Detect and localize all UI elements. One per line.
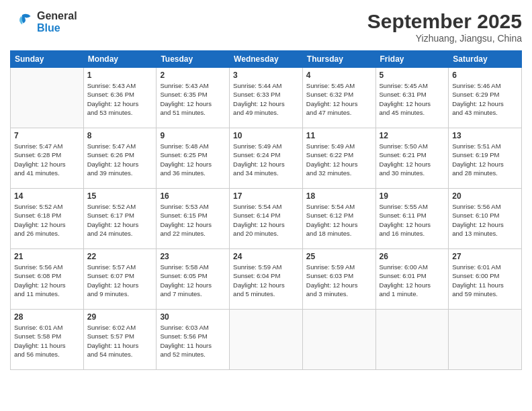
calendar-cell: 9Sunrise: 5:48 AM Sunset: 6:25 PM Daylig…: [157, 128, 230, 189]
title-area: September 2025 Yizhuang, Jiangsu, China: [367, 10, 522, 44]
day-info: Sunrise: 5:54 AM Sunset: 6:12 PM Dayligh…: [306, 202, 372, 238]
calendar-cell: 4Sunrise: 5:45 AM Sunset: 6:32 PM Daylig…: [302, 68, 375, 128]
calendar-cell: 19Sunrise: 5:55 AM Sunset: 6:11 PM Dayli…: [375, 189, 449, 249]
day-number: 18: [306, 191, 372, 201]
calendar-table: SundayMondayTuesdayWednesdayThursdayFrid…: [10, 50, 522, 370]
logo-general-text: General: [37, 10, 77, 22]
calendar-cell: 2Sunrise: 5:43 AM Sunset: 6:35 PM Daylig…: [157, 68, 230, 128]
calendar-cell: 3Sunrise: 5:44 AM Sunset: 6:33 PM Daylig…: [230, 68, 303, 128]
day-info: Sunrise: 5:54 AM Sunset: 6:14 PM Dayligh…: [233, 202, 299, 238]
day-number: 19: [380, 191, 445, 201]
day-number: 22: [87, 252, 153, 261]
day-info: Sunrise: 6:00 AM Sunset: 6:01 PM Dayligh…: [380, 263, 445, 298]
calendar-cell: 6Sunrise: 5:46 AM Sunset: 6:29 PM Daylig…: [449, 68, 522, 128]
day-number: 27: [452, 252, 518, 261]
calendar-cell: 14Sunrise: 5:52 AM Sunset: 6:18 PM Dayli…: [11, 189, 84, 249]
calendar-cell: 1Sunrise: 5:43 AM Sunset: 6:36 PM Daylig…: [83, 68, 157, 128]
logo: General Blue: [10, 10, 77, 34]
day-info: Sunrise: 5:49 AM Sunset: 6:24 PM Dayligh…: [233, 142, 299, 177]
calendar-cell: [449, 310, 522, 370]
weekday-header-friday: Friday: [375, 51, 449, 68]
month-title: September 2025: [367, 10, 522, 33]
calendar-cell: 11Sunrise: 5:49 AM Sunset: 6:22 PM Dayli…: [302, 128, 375, 189]
calendar-cell: 5Sunrise: 5:45 AM Sunset: 6:31 PM Daylig…: [375, 68, 449, 128]
calendar-cell: 21Sunrise: 5:56 AM Sunset: 6:08 PM Dayli…: [11, 249, 84, 310]
day-info: Sunrise: 5:59 AM Sunset: 6:04 PM Dayligh…: [233, 263, 299, 298]
logo-name: General Blue: [37, 10, 77, 34]
day-info: Sunrise: 5:56 AM Sunset: 6:10 PM Dayligh…: [452, 202, 518, 238]
day-number: 23: [160, 252, 226, 261]
day-info: Sunrise: 5:51 AM Sunset: 6:19 PM Dayligh…: [452, 142, 518, 177]
calendar-week-row: 1Sunrise: 5:43 AM Sunset: 6:36 PM Daylig…: [11, 68, 522, 128]
calendar-cell: 22Sunrise: 5:57 AM Sunset: 6:07 PM Dayli…: [83, 249, 157, 310]
day-info: Sunrise: 5:55 AM Sunset: 6:11 PM Dayligh…: [380, 202, 445, 238]
weekday-header-sunday: Sunday: [11, 51, 84, 68]
calendar-week-row: 21Sunrise: 5:56 AM Sunset: 6:08 PM Dayli…: [11, 249, 522, 310]
calendar-cell: 28Sunrise: 6:01 AM Sunset: 5:58 PM Dayli…: [11, 310, 84, 370]
header: General Blue September 2025 Yizhuang, Ji…: [10, 10, 522, 44]
day-number: 13: [452, 131, 518, 140]
day-number: 14: [14, 191, 80, 201]
location: Yizhuang, Jiangsu, China: [367, 33, 522, 44]
day-number: 3: [233, 71, 299, 80]
day-info: Sunrise: 5:45 AM Sunset: 6:31 PM Dayligh…: [380, 81, 445, 117]
day-info: Sunrise: 5:53 AM Sunset: 6:15 PM Dayligh…: [160, 202, 226, 238]
calendar-cell: 29Sunrise: 6:02 AM Sunset: 5:57 PM Dayli…: [83, 310, 157, 370]
calendar-cell: 26Sunrise: 6:00 AM Sunset: 6:01 PM Dayli…: [375, 249, 449, 310]
day-number: 17: [233, 191, 299, 201]
day-info: Sunrise: 5:52 AM Sunset: 6:18 PM Dayligh…: [14, 202, 80, 238]
day-info: Sunrise: 5:43 AM Sunset: 6:36 PM Dayligh…: [87, 81, 153, 117]
day-info: Sunrise: 5:47 AM Sunset: 6:28 PM Dayligh…: [14, 142, 80, 177]
calendar-cell: 10Sunrise: 5:49 AM Sunset: 6:24 PM Dayli…: [230, 128, 303, 189]
day-number: 16: [160, 191, 226, 201]
day-info: Sunrise: 5:56 AM Sunset: 6:08 PM Dayligh…: [14, 263, 80, 298]
logo-blue-text: Blue: [37, 22, 77, 34]
day-number: 4: [306, 71, 372, 80]
day-number: 24: [233, 252, 299, 261]
calendar-cell: 12Sunrise: 5:50 AM Sunset: 6:21 PM Dayli…: [375, 128, 449, 189]
day-info: Sunrise: 5:47 AM Sunset: 6:26 PM Dayligh…: [87, 142, 153, 177]
day-number: 25: [306, 252, 372, 261]
calendar-week-row: 7Sunrise: 5:47 AM Sunset: 6:28 PM Daylig…: [11, 128, 522, 189]
day-number: 29: [87, 312, 153, 322]
calendar-cell: 13Sunrise: 5:51 AM Sunset: 6:19 PM Dayli…: [449, 128, 522, 189]
calendar-cell: 25Sunrise: 5:59 AM Sunset: 6:03 PM Dayli…: [302, 249, 375, 310]
calendar-week-row: 28Sunrise: 6:01 AM Sunset: 5:58 PM Dayli…: [11, 310, 522, 370]
calendar-cell: 8Sunrise: 5:47 AM Sunset: 6:26 PM Daylig…: [83, 128, 157, 189]
day-info: Sunrise: 6:01 AM Sunset: 5:58 PM Dayligh…: [14, 323, 80, 359]
weekday-header-tuesday: Tuesday: [157, 51, 230, 68]
day-info: Sunrise: 5:49 AM Sunset: 6:22 PM Dayligh…: [306, 142, 372, 177]
page: General Blue September 2025 Yizhuang, Ji…: [0, 0, 532, 411]
day-number: 6: [452, 71, 518, 80]
day-info: Sunrise: 5:52 AM Sunset: 6:17 PM Dayligh…: [87, 202, 153, 238]
calendar-cell: 16Sunrise: 5:53 AM Sunset: 6:15 PM Dayli…: [157, 189, 230, 249]
day-info: Sunrise: 6:02 AM Sunset: 5:57 PM Dayligh…: [87, 323, 153, 359]
calendar-week-row: 14Sunrise: 5:52 AM Sunset: 6:18 PM Dayli…: [11, 189, 522, 249]
calendar-cell: [375, 310, 449, 370]
weekday-header-thursday: Thursday: [302, 51, 375, 68]
day-info: Sunrise: 5:57 AM Sunset: 6:07 PM Dayligh…: [87, 263, 153, 298]
calendar-cell: 18Sunrise: 5:54 AM Sunset: 6:12 PM Dayli…: [302, 189, 375, 249]
calendar-cell: 17Sunrise: 5:54 AM Sunset: 6:14 PM Dayli…: [230, 189, 303, 249]
logo-icon: [10, 10, 34, 34]
calendar-cell: 27Sunrise: 6:01 AM Sunset: 6:00 PM Dayli…: [449, 249, 522, 310]
day-number: 15: [87, 191, 153, 201]
calendar-cell: [11, 68, 84, 128]
day-info: Sunrise: 5:44 AM Sunset: 6:33 PM Dayligh…: [233, 81, 299, 117]
day-number: 8: [87, 131, 153, 140]
calendar-cell: 15Sunrise: 5:52 AM Sunset: 6:17 PM Dayli…: [83, 189, 157, 249]
weekday-header-monday: Monday: [83, 51, 157, 68]
day-info: Sunrise: 5:50 AM Sunset: 6:21 PM Dayligh…: [380, 142, 445, 177]
day-info: Sunrise: 5:45 AM Sunset: 6:32 PM Dayligh…: [306, 81, 372, 117]
day-info: Sunrise: 5:48 AM Sunset: 6:25 PM Dayligh…: [160, 142, 226, 177]
day-number: 11: [306, 131, 372, 140]
day-number: 26: [380, 252, 445, 261]
day-info: Sunrise: 6:01 AM Sunset: 6:00 PM Dayligh…: [452, 263, 518, 298]
day-number: 10: [233, 131, 299, 140]
day-number: 12: [380, 131, 445, 140]
day-number: 20: [452, 191, 518, 201]
day-info: Sunrise: 5:43 AM Sunset: 6:35 PM Dayligh…: [160, 81, 226, 117]
day-info: Sunrise: 5:58 AM Sunset: 6:05 PM Dayligh…: [160, 263, 226, 298]
weekday-header-row: SundayMondayTuesdayWednesdayThursdayFrid…: [11, 51, 522, 68]
calendar-cell: 24Sunrise: 5:59 AM Sunset: 6:04 PM Dayli…: [230, 249, 303, 310]
